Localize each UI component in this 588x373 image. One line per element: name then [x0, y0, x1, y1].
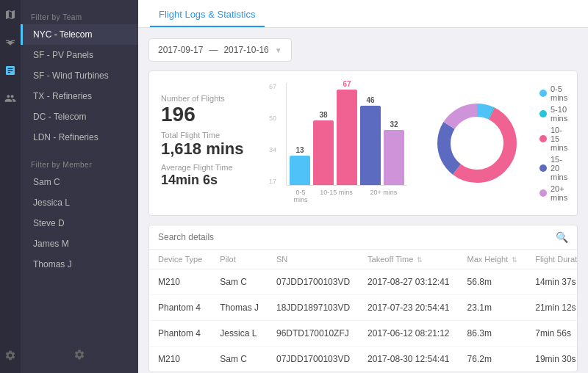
- cell-takeoff-time: 2017-08-30 12:54:41: [359, 347, 458, 372]
- legend-15-20: 15-20 mins: [539, 155, 567, 181]
- cell-takeoff-time: 2017-07-23 20:54:41: [359, 295, 458, 321]
- tab-flight-logs[interactable]: Flight Logs & Statistics: [150, 3, 265, 27]
- map-icon[interactable]: [3, 7, 18, 22]
- drone-icon[interactable]: [3, 35, 18, 50]
- bar-value-10-15b: 67: [343, 80, 351, 88]
- bar-group-10-15b: 67: [337, 80, 357, 185]
- cell-max-height: 86.3m: [459, 321, 527, 347]
- sidebar-item-james-m[interactable]: James M: [21, 233, 138, 254]
- y-label-2: 34: [269, 146, 276, 153]
- bar-20a: [360, 106, 381, 185]
- sort-icon-height: ⇅: [512, 256, 517, 264]
- cell-flight-duration: 19min 30s: [526, 347, 578, 372]
- bar-value-0-5: 13: [295, 146, 304, 154]
- table-row: Phantom 4 Jessica L 96DTD170010ZFJ 2017-…: [149, 321, 578, 347]
- legend-5-10: 5-10 mins: [539, 105, 567, 123]
- main-content: Flight Logs & Statistics 2017-09-17 — 20…: [138, 0, 588, 373]
- col-pilot: Pilot: [211, 250, 268, 269]
- bar-group-20a: 46: [360, 96, 381, 185]
- flight-log-table: 🔍 Device Type Pilot SN Takeoff Time ⇅ Ma…: [148, 225, 578, 372]
- bar-value-10-15a: 38: [319, 111, 327, 119]
- sidebar-item-sam-c[interactable]: Sam C: [21, 172, 138, 192]
- cell-sn: 96DTD170010ZFJ: [268, 321, 359, 347]
- total-time-value: 1,618 mins: [161, 141, 264, 157]
- sidebar-item-nyc-telecom[interactable]: NYC - Telecom: [21, 24, 138, 45]
- sidebar-item-sf-wind-turbines[interactable]: SF - Wind Turbines: [21, 65, 138, 86]
- bar-20b: [384, 130, 404, 185]
- cell-flight-duration: 7min 56s: [526, 321, 578, 347]
- sidebar: Filter by Team NYC - Telecom SF - PV Pan…: [21, 0, 138, 373]
- col-max-height[interactable]: Max Height ⇅: [459, 250, 527, 269]
- total-time-label: Total Flight Time: [161, 131, 264, 140]
- sidebar-item-dc-telecom[interactable]: DC - Telecom: [21, 106, 138, 127]
- col-flight-duration[interactable]: Flight Duration ⇅: [526, 250, 578, 269]
- y-label-4: 67: [269, 83, 276, 90]
- settings-icon[interactable]: [4, 345, 16, 366]
- cell-pilot: Sam C: [211, 269, 268, 295]
- col-takeoff-time[interactable]: Takeoff Time ⇅: [359, 250, 458, 269]
- table-row: M210 Sam C 07JDD1700103VD 2017-08-27 03:…: [149, 269, 578, 295]
- stats-icon[interactable]: [3, 63, 18, 78]
- bar-10-15a: [313, 120, 334, 185]
- bar-value-20a: 46: [366, 96, 374, 104]
- icon-bar: [0, 0, 21, 373]
- cell-max-height: 76.2m: [459, 347, 527, 372]
- y-label-1: 17: [269, 178, 276, 185]
- date-start: 2017-09-17: [158, 45, 203, 55]
- sidebar-item-steve-d[interactable]: Steve D: [21, 213, 138, 233]
- num-flights-label: Number of Flights: [161, 94, 264, 103]
- data-table: Device Type Pilot SN Takeoff Time ⇅ Max …: [149, 250, 578, 372]
- sidebar-item-tx-refineries[interactable]: TX - Refineries: [21, 86, 138, 106]
- legend-label-0-5: 0-5 mins: [551, 84, 567, 102]
- search-icon: 🔍: [556, 231, 568, 243]
- cell-takeoff-time: 2017-06-12 08:21:12: [359, 321, 458, 347]
- cell-pilot: Sam C: [211, 347, 268, 372]
- stats-card: Number of Flights 196 Total Flight Time …: [148, 70, 578, 216]
- date-separator: —: [209, 45, 218, 55]
- sidebar-gear-icon[interactable]: [74, 349, 85, 363]
- content-area: 2017-09-17 — 2017-10-16 ▼ Number of Flig…: [138, 28, 588, 373]
- legend-label-15-20: 15-20 mins: [551, 155, 567, 181]
- num-flights-value: 196: [161, 104, 264, 125]
- legend-0-5: 0-5 mins: [539, 84, 567, 102]
- filter-by-team-label: Filter by Team: [21, 7, 138, 24]
- sidebar-item-sf-pv-panels[interactable]: SF - PV Panels: [21, 45, 138, 65]
- avg-time-value: 14min 6s: [161, 173, 264, 186]
- bar-value-20b: 32: [390, 120, 398, 128]
- search-bar: 🔍: [149, 225, 577, 250]
- avg-time-label: Average Flight Time: [161, 163, 264, 172]
- table-row: M210 Sam C 07JDD1700103VD 2017-08-30 12:…: [149, 347, 578, 372]
- stats-numbers: Number of Flights 196 Total Flight Time …: [161, 94, 264, 192]
- search-input[interactable]: [158, 232, 551, 242]
- sidebar-item-ldn-refineries[interactable]: LDN - Refineries: [21, 127, 138, 148]
- sidebar-item-jessica-l[interactable]: Jessica L: [21, 192, 138, 213]
- cell-device-type: M210: [149, 347, 211, 372]
- legend-10-15: 10-15 mins: [539, 126, 567, 152]
- bar-0-5: [290, 156, 310, 185]
- legend-dot-5-10: [539, 110, 547, 117]
- table-row: Phantom 4 Thomas J 18JDD1897103VD 2017-0…: [149, 295, 578, 321]
- date-filter[interactable]: 2017-09-17 — 2017-10-16 ▼: [148, 38, 292, 62]
- cell-pilot: Jessica L: [211, 321, 268, 347]
- cell-pilot: Thomas J: [211, 295, 268, 321]
- chart-legend: 0-5 mins 5-10 mins 10-15 mins 15-20 mins…: [539, 84, 567, 202]
- bar-chart-container: 67 50 34 17 13 38: [279, 83, 415, 203]
- y-label-3: 50: [269, 115, 276, 122]
- cell-flight-duration: 14min 37s: [526, 269, 578, 295]
- bar-10-15b: [337, 90, 357, 185]
- svg-point-5: [453, 119, 501, 167]
- legend-label-10-15: 10-15 mins: [551, 126, 567, 152]
- legend-dot-20-plus: [539, 189, 547, 197]
- cell-takeoff-time: 2017-08-27 03:12:41: [359, 269, 458, 295]
- tab-bar: Flight Logs & Statistics: [138, 0, 588, 28]
- date-end: 2017-10-16: [223, 45, 268, 55]
- legend-label-20-plus: 20+ mins: [551, 184, 567, 202]
- filter-by-member-label: Filter by Member: [21, 155, 138, 172]
- x-label-10-15: 10-15 mins: [312, 189, 359, 203]
- bar-group-20b: 32: [384, 120, 404, 185]
- team-icon[interactable]: [3, 91, 18, 106]
- chevron-down-icon: ▼: [275, 46, 282, 54]
- cell-max-height: 56.8m: [459, 269, 527, 295]
- col-device-type: Device Type: [149, 250, 211, 269]
- sidebar-item-thomas-j[interactable]: Thomas J: [21, 254, 138, 275]
